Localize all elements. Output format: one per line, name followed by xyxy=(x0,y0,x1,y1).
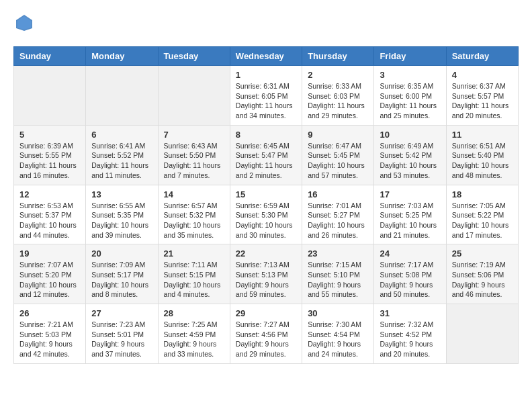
calendar-cell: 3Sunrise: 6:35 AM Sunset: 6:00 PM Daylig… xyxy=(374,66,446,126)
day-number: 22 xyxy=(236,248,296,259)
day-number: 28 xyxy=(164,308,224,318)
calendar-cell: 21Sunrise: 7:11 AM Sunset: 5:15 PM Dayli… xyxy=(158,244,230,304)
day-number: 7 xyxy=(164,130,224,140)
day-info: Sunrise: 6:37 AM Sunset: 5:57 PM Dayligh… xyxy=(452,81,513,121)
calendar-cell: 28Sunrise: 7:25 AM Sunset: 4:59 PM Dayli… xyxy=(158,304,230,364)
day-info: Sunrise: 7:32 AM Sunset: 4:52 PM Dayligh… xyxy=(380,320,440,359)
calendar-cell xyxy=(86,66,158,126)
calendar-cell: 17Sunrise: 7:03 AM Sunset: 5:25 PM Dayli… xyxy=(374,185,446,244)
logo-icon xyxy=(15,13,34,32)
day-info: Sunrise: 7:23 AM Sunset: 5:01 PM Dayligh… xyxy=(91,320,152,359)
day-number: 27 xyxy=(91,308,152,318)
day-number: 19 xyxy=(19,248,80,259)
calendar-table: SundayMondayTuesdayWednesdayThursdayFrid… xyxy=(13,46,519,364)
calendar-cell xyxy=(14,66,86,126)
day-number: 10 xyxy=(380,130,440,140)
column-header-thursday: Thursday xyxy=(302,47,374,66)
day-number: 12 xyxy=(19,189,80,199)
day-number: 13 xyxy=(91,189,152,199)
day-info: Sunrise: 7:27 AM Sunset: 4:56 PM Dayligh… xyxy=(236,320,296,359)
calendar-cell: 23Sunrise: 7:15 AM Sunset: 5:10 PM Dayli… xyxy=(302,244,374,304)
calendar-cell xyxy=(158,66,230,126)
day-number: 11 xyxy=(452,130,513,140)
day-number: 6 xyxy=(91,130,152,140)
day-info: Sunrise: 6:55 AM Sunset: 5:35 PM Dayligh… xyxy=(91,201,152,240)
logo-text xyxy=(13,13,34,36)
calendar-cell: 16Sunrise: 7:01 AM Sunset: 5:27 PM Dayli… xyxy=(302,185,374,244)
day-info: Sunrise: 6:45 AM Sunset: 5:47 PM Dayligh… xyxy=(236,141,296,181)
day-number: 9 xyxy=(308,130,368,140)
day-number: 31 xyxy=(380,308,440,318)
day-number: 14 xyxy=(164,189,224,199)
calendar-cell: 6Sunrise: 6:41 AM Sunset: 5:52 PM Daylig… xyxy=(86,125,158,185)
day-number: 29 xyxy=(236,308,296,318)
day-info: Sunrise: 7:05 AM Sunset: 5:22 PM Dayligh… xyxy=(452,201,513,240)
calendar-week-row: 5Sunrise: 6:39 AM Sunset: 5:55 PM Daylig… xyxy=(14,125,519,185)
day-info: Sunrise: 7:09 AM Sunset: 5:17 PM Dayligh… xyxy=(91,260,152,300)
calendar-cell: 8Sunrise: 6:45 AM Sunset: 5:47 PM Daylig… xyxy=(230,125,302,185)
calendar-cell: 2Sunrise: 6:33 AM Sunset: 6:03 PM Daylig… xyxy=(302,66,374,126)
calendar-cell: 20Sunrise: 7:09 AM Sunset: 5:17 PM Dayli… xyxy=(86,244,158,304)
column-header-wednesday: Wednesday xyxy=(230,47,302,66)
calendar-cell: 15Sunrise: 6:59 AM Sunset: 5:30 PM Dayli… xyxy=(230,185,302,244)
calendar-cell: 13Sunrise: 6:55 AM Sunset: 5:35 PM Dayli… xyxy=(86,185,158,244)
calendar-week-row: 26Sunrise: 7:21 AM Sunset: 5:03 PM Dayli… xyxy=(14,304,519,364)
calendar-cell: 30Sunrise: 7:30 AM Sunset: 4:54 PM Dayli… xyxy=(302,304,374,364)
day-info: Sunrise: 6:33 AM Sunset: 6:03 PM Dayligh… xyxy=(308,81,368,121)
calendar-cell: 9Sunrise: 6:47 AM Sunset: 5:45 PM Daylig… xyxy=(302,125,374,185)
calendar-header-row: SundayMondayTuesdayWednesdayThursdayFrid… xyxy=(14,47,519,66)
day-info: Sunrise: 7:07 AM Sunset: 5:20 PM Dayligh… xyxy=(19,260,80,300)
day-info: Sunrise: 6:35 AM Sunset: 6:00 PM Dayligh… xyxy=(380,81,440,121)
day-info: Sunrise: 6:43 AM Sunset: 5:50 PM Dayligh… xyxy=(164,141,224,181)
column-header-tuesday: Tuesday xyxy=(158,47,230,66)
day-number: 23 xyxy=(308,248,368,259)
day-info: Sunrise: 7:11 AM Sunset: 5:15 PM Dayligh… xyxy=(164,260,224,300)
calendar-cell: 25Sunrise: 7:19 AM Sunset: 5:06 PM Dayli… xyxy=(446,244,518,304)
day-info: Sunrise: 7:25 AM Sunset: 4:59 PM Dayligh… xyxy=(164,320,224,359)
day-info: Sunrise: 6:49 AM Sunset: 5:42 PM Dayligh… xyxy=(380,141,440,181)
day-info: Sunrise: 6:31 AM Sunset: 6:05 PM Dayligh… xyxy=(236,81,296,121)
day-info: Sunrise: 6:41 AM Sunset: 5:52 PM Dayligh… xyxy=(91,141,152,181)
day-number: 30 xyxy=(308,308,368,318)
column-header-saturday: Saturday xyxy=(446,47,518,66)
day-info: Sunrise: 6:53 AM Sunset: 5:37 PM Dayligh… xyxy=(19,201,80,240)
calendar-cell xyxy=(446,304,518,364)
day-number: 4 xyxy=(452,70,513,80)
day-number: 8 xyxy=(236,130,296,140)
calendar-cell: 24Sunrise: 7:17 AM Sunset: 5:08 PM Dayli… xyxy=(374,244,446,304)
day-number: 17 xyxy=(380,189,440,199)
calendar-cell: 19Sunrise: 7:07 AM Sunset: 5:20 PM Dayli… xyxy=(14,244,86,304)
day-info: Sunrise: 7:01 AM Sunset: 5:27 PM Dayligh… xyxy=(308,201,368,240)
day-number: 26 xyxy=(19,308,80,318)
day-info: Sunrise: 6:59 AM Sunset: 5:30 PM Dayligh… xyxy=(236,201,296,240)
page-header xyxy=(13,13,519,36)
day-number: 21 xyxy=(164,248,224,259)
calendar-cell: 1Sunrise: 6:31 AM Sunset: 6:05 PM Daylig… xyxy=(230,66,302,126)
day-number: 25 xyxy=(452,248,513,259)
day-info: Sunrise: 6:57 AM Sunset: 5:32 PM Dayligh… xyxy=(164,201,224,240)
day-info: Sunrise: 7:17 AM Sunset: 5:08 PM Dayligh… xyxy=(380,260,440,300)
calendar-cell: 27Sunrise: 7:23 AM Sunset: 5:01 PM Dayli… xyxy=(86,304,158,364)
day-number: 16 xyxy=(308,189,368,199)
day-info: Sunrise: 7:21 AM Sunset: 5:03 PM Dayligh… xyxy=(19,320,80,359)
logo xyxy=(13,13,34,36)
calendar-cell: 10Sunrise: 6:49 AM Sunset: 5:42 PM Dayli… xyxy=(374,125,446,185)
calendar-week-row: 12Sunrise: 6:53 AM Sunset: 5:37 PM Dayli… xyxy=(14,185,519,244)
calendar-cell: 29Sunrise: 7:27 AM Sunset: 4:56 PM Dayli… xyxy=(230,304,302,364)
calendar-cell: 22Sunrise: 7:13 AM Sunset: 5:13 PM Dayli… xyxy=(230,244,302,304)
day-number: 20 xyxy=(91,248,152,259)
calendar-cell: 18Sunrise: 7:05 AM Sunset: 5:22 PM Dayli… xyxy=(446,185,518,244)
calendar-cell: 12Sunrise: 6:53 AM Sunset: 5:37 PM Dayli… xyxy=(14,185,86,244)
day-info: Sunrise: 7:03 AM Sunset: 5:25 PM Dayligh… xyxy=(380,201,440,240)
day-info: Sunrise: 6:51 AM Sunset: 5:40 PM Dayligh… xyxy=(452,141,513,181)
column-header-monday: Monday xyxy=(86,47,158,66)
day-info: Sunrise: 7:13 AM Sunset: 5:13 PM Dayligh… xyxy=(236,260,296,300)
day-number: 2 xyxy=(308,70,368,80)
calendar-week-row: 1Sunrise: 6:31 AM Sunset: 6:05 PM Daylig… xyxy=(14,66,519,126)
day-number: 1 xyxy=(236,70,296,80)
calendar-week-row: 19Sunrise: 7:07 AM Sunset: 5:20 PM Dayli… xyxy=(14,244,519,304)
column-header-friday: Friday xyxy=(374,47,446,66)
calendar-cell: 7Sunrise: 6:43 AM Sunset: 5:50 PM Daylig… xyxy=(158,125,230,185)
day-number: 24 xyxy=(380,248,440,259)
calendar-cell: 31Sunrise: 7:32 AM Sunset: 4:52 PM Dayli… xyxy=(374,304,446,364)
